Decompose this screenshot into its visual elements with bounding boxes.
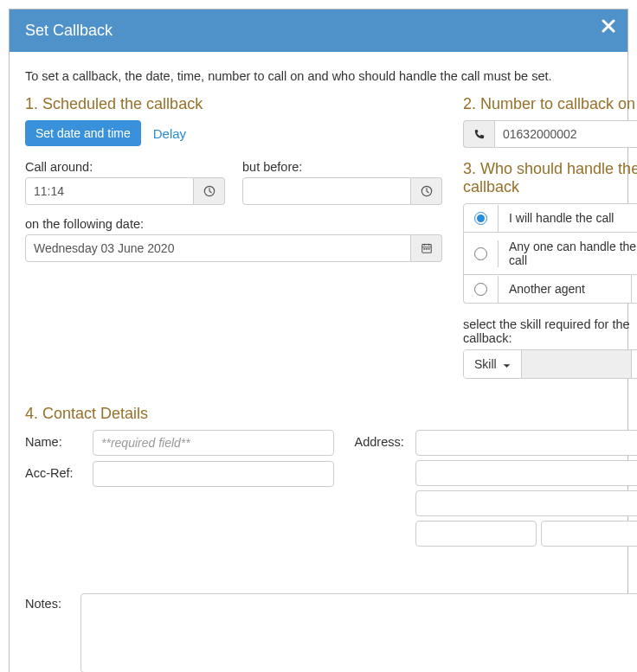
dialog-header: Set Callback [10,10,627,52]
call-around-label: Call around: [25,160,225,174]
clock-icon[interactable] [411,177,442,205]
date-label: on the following date: [25,217,442,231]
handler-radio-self[interactable] [474,212,487,225]
callback-number-input[interactable] [494,120,637,148]
name-input[interactable] [93,430,334,456]
but-before-label: but before: [242,160,442,174]
close-icon[interactable] [602,18,615,35]
name-label: Name: [25,430,93,449]
handler-label: Another agent [499,275,631,303]
handler-label: Any one can handle the call [499,233,637,274]
skill-clear-button[interactable] [631,350,637,378]
dialog-title: Set Callback [25,22,113,39]
dialog: Set Callback To set a callback, the date… [9,9,628,672]
section4-title: 4. Contact Details [25,405,637,423]
notes-label: Notes: [25,593,68,611]
svg-rect-4 [426,248,428,250]
set-date-time-button[interactable]: Set date and time [25,120,141,146]
address-postcode-input[interactable] [541,521,637,547]
svg-rect-5 [428,248,429,250]
phone-icon [463,120,494,148]
handler-option-another[interactable]: Another agent [463,275,637,304]
skill-selector: Skill [463,349,637,379]
handler-option-anyone[interactable]: Any one can handle the call [463,233,637,275]
section2-title: 2. Number to callback on [463,95,637,113]
handler-radio-anyone[interactable] [474,247,487,260]
intro-text: To set a callback, the date, time, numbe… [25,69,637,83]
accref-label: Acc-Ref: [25,461,93,480]
call-around-input[interactable] [25,177,194,205]
section1-title: 1. Scheduled the callback [25,95,442,113]
handler-label: I will handle the call [499,204,637,232]
but-before-input[interactable] [242,177,411,205]
notes-textarea[interactable] [80,593,637,672]
delay-link[interactable]: Delay [153,126,186,141]
clock-icon[interactable] [194,177,225,205]
address-line2-input[interactable] [415,460,638,486]
handler-radio-list: I will handle the call Any one can handl… [463,203,637,304]
address-line1-input[interactable] [415,430,638,456]
accref-input[interactable] [93,461,334,487]
address-line3-input[interactable] [415,490,638,516]
address-city-input[interactable] [415,521,537,547]
skill-dropdown-button[interactable]: Skill [464,350,522,378]
calendar-icon[interactable] [411,234,442,262]
skill-value-area [522,350,631,378]
handler-radio-another[interactable] [474,283,487,296]
chevron-down-icon[interactable] [631,275,637,303]
svg-rect-3 [423,248,425,250]
dialog-body: To set a callback, the date, time, numbe… [10,52,637,672]
address-label: Address: [355,430,415,449]
section3-title: 3. Who should handle the callback [463,160,637,196]
handler-option-self[interactable]: I will handle the call [463,203,637,233]
skill-required-label: select the skill required for the callba… [463,317,637,345]
date-input[interactable] [25,234,411,262]
